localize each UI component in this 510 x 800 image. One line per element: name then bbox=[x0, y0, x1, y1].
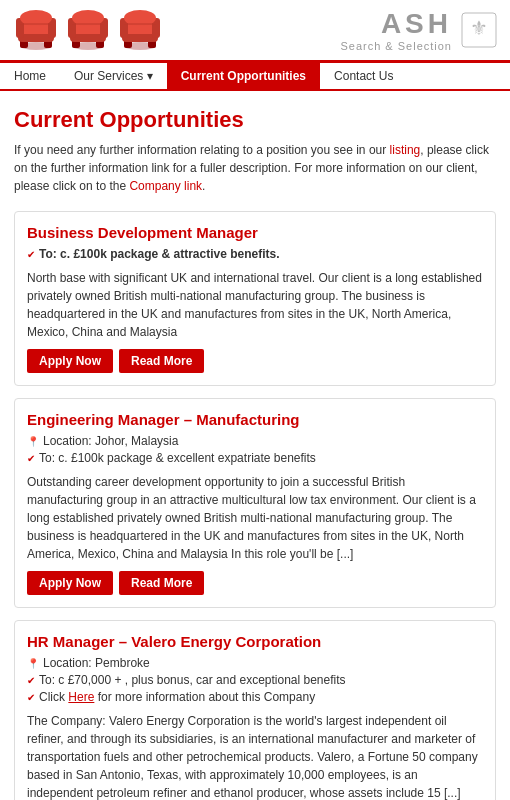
header-chairs bbox=[12, 8, 164, 52]
company-link[interactable]: Company link bbox=[129, 179, 202, 193]
job-listing-1: Business Development Manager To: c. £100… bbox=[14, 211, 496, 386]
job-title-2[interactable]: Engineering Manager – Manufacturing bbox=[27, 411, 483, 428]
listing-link[interactable]: listing bbox=[390, 143, 421, 157]
job-location-3: Location: Pembroke bbox=[27, 656, 483, 670]
job-location-text-3: Location: Pembroke bbox=[43, 656, 150, 670]
job-actions-2: Apply Now Read More bbox=[27, 571, 483, 595]
logo-crest-icon: ⚜ bbox=[460, 11, 498, 49]
job-actions-1: Apply Now Read More bbox=[27, 349, 483, 373]
checkmark-icon-3 bbox=[27, 673, 35, 687]
logo-sub: Search & Selection bbox=[340, 40, 452, 52]
job-title-3[interactable]: HR Manager – Valero Energy Corporation bbox=[27, 633, 483, 650]
main-content: Current Opportunities If you need any fu… bbox=[0, 91, 510, 800]
checkmark-icon-2 bbox=[27, 451, 35, 465]
read-more-button-1[interactable]: Read More bbox=[119, 349, 204, 373]
location-icon-2 bbox=[27, 434, 39, 448]
apply-button-1[interactable]: Apply Now bbox=[27, 349, 113, 373]
nav-our-services[interactable]: Our Services ▾ bbox=[60, 63, 167, 89]
job-salary-text-1: To: c. £100k package & attractive benefi… bbox=[39, 247, 280, 261]
chair-icon-2 bbox=[64, 8, 112, 52]
svg-text:⚜: ⚜ bbox=[470, 17, 488, 39]
nav-home[interactable]: Home bbox=[0, 63, 60, 89]
logo-ash: ASH bbox=[340, 8, 452, 40]
chair-icon-3 bbox=[116, 8, 164, 52]
checkmark-icon-1 bbox=[27, 247, 35, 261]
job-location-text-2: Location: Johor, Malaysia bbox=[43, 434, 178, 448]
header-logo: ASH Search & Selection ⚜ bbox=[340, 8, 498, 52]
chair-icon-1 bbox=[12, 8, 60, 52]
site-header: ASH Search & Selection ⚜ bbox=[0, 0, 510, 63]
job-extra-text-3: Click Here for more information about th… bbox=[39, 690, 315, 704]
intro-text: If you need any further information rela… bbox=[14, 141, 496, 195]
job-salary-text-3: To: c £70,000 + , plus bonus, car and ex… bbox=[39, 673, 346, 687]
job-desc-1: North base with significant UK and inter… bbox=[27, 269, 483, 341]
job-salary-1: To: c. £100k package & attractive benefi… bbox=[27, 247, 483, 261]
nav-contact-us[interactable]: Contact Us bbox=[320, 63, 407, 89]
read-more-button-2[interactable]: Read More bbox=[119, 571, 204, 595]
job-desc-3: The Company: Valero Energy Corporation i… bbox=[27, 712, 483, 800]
job-listing-2: Engineering Manager – Manufacturing Loca… bbox=[14, 398, 496, 608]
location-icon-3 bbox=[27, 656, 39, 670]
page-title: Current Opportunities bbox=[14, 107, 496, 133]
main-nav: Home Our Services ▾ Current Opportunitie… bbox=[0, 63, 510, 91]
here-link-3[interactable]: Here bbox=[68, 690, 94, 704]
job-desc-2: Outstanding career development opportuni… bbox=[27, 473, 483, 563]
link-icon-3 bbox=[27, 690, 35, 704]
job-salary-3: To: c £70,000 + , plus bonus, car and ex… bbox=[27, 673, 483, 687]
nav-current-opportunities[interactable]: Current Opportunities bbox=[167, 63, 320, 89]
job-salary-text-2: To: c. £100k package & excellent expatri… bbox=[39, 451, 316, 465]
job-title-1[interactable]: Business Development Manager bbox=[27, 224, 483, 241]
job-listing-3: HR Manager – Valero Energy Corporation L… bbox=[14, 620, 496, 800]
job-location-2: Location: Johor, Malaysia bbox=[27, 434, 483, 448]
job-extra-meta-3: Click Here for more information about th… bbox=[27, 690, 483, 704]
apply-button-2[interactable]: Apply Now bbox=[27, 571, 113, 595]
job-salary-2: To: c. £100k package & excellent expatri… bbox=[27, 451, 483, 465]
